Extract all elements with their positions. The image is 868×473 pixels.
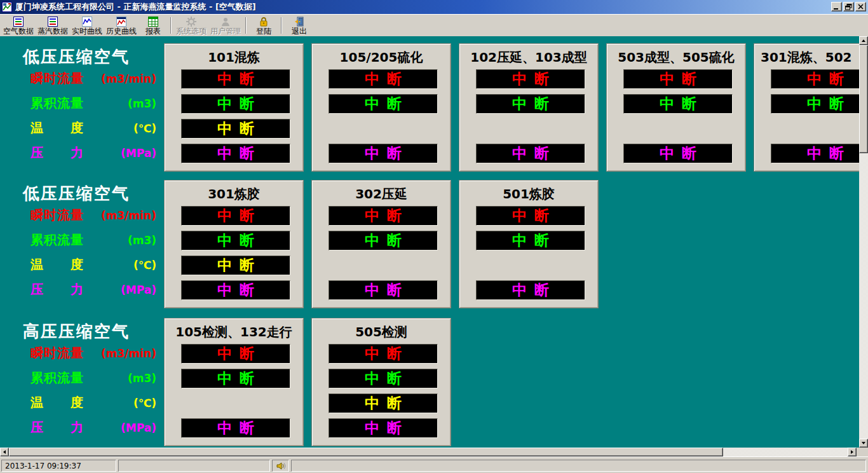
scroll-down-button[interactable]: [859, 439, 868, 448]
flow-display: 中断: [181, 69, 290, 89]
group-label: 低压压缩空气: [23, 182, 130, 205]
device-panel: 105检测、132走行 中断 中断 中断: [164, 318, 304, 446]
legend-pressure: 压 力(MPa): [31, 143, 156, 163]
steam-data-icon: [48, 17, 58, 27]
legend-temperature: 温 度(℃): [31, 255, 156, 275]
group-label: 高压压缩空气: [23, 320, 130, 343]
air-data-button[interactable]: 空气数据: [1, 15, 36, 36]
device-panel: 102压延、103成型 中断 中断 中断: [459, 43, 599, 172]
total-flow-display: 中断: [329, 369, 438, 388]
total-flow-display: 中断: [181, 231, 290, 250]
device-panel: 501炼胶 中断 中断 中断: [459, 180, 599, 308]
legend-total-flow: 累积流量(m3): [31, 368, 156, 388]
restore-button[interactable]: [843, 2, 854, 11]
device-panel: 301炼胶 中断 中断 中断 中断: [164, 180, 304, 308]
flow-display: 中断: [329, 69, 438, 89]
app-icon[interactable]: [2, 2, 12, 12]
air-data-icon: [13, 17, 24, 27]
pressure-display: 中断: [329, 280, 438, 300]
gear-icon: [186, 17, 196, 27]
total-flow-display: 中断: [329, 94, 438, 114]
pressure-display: 中断: [181, 280, 290, 300]
legend-temperature: 温 度(℃): [31, 393, 156, 413]
total-flow-display: 中断: [623, 94, 733, 114]
application-window: 厦门坤凌系统工程有限公司 - 正新海燕流量监控系统 - [空气数据]: [0, 0, 868, 473]
total-flow-display: 中断: [181, 94, 290, 114]
status-datetime: 2013-1-17 09:19:37: [1, 460, 116, 472]
report-button[interactable]: 报表: [139, 15, 168, 36]
datetime-text: 2013-1-17 09:19:37: [5, 462, 81, 470]
flow-display: 中断: [476, 69, 585, 89]
history-curve-icon: [116, 17, 126, 27]
total-flow-display: 中断: [476, 231, 585, 250]
horizontal-scroll-thumb[interactable]: [9, 448, 723, 456]
total-flow-display: 中断: [329, 231, 438, 250]
panel-title: 302压延: [312, 186, 451, 203]
panel-title: 105检测、132走行: [165, 324, 303, 341]
pressure-display: 中断: [476, 280, 585, 300]
history-curve-button[interactable]: 历史曲线: [104, 15, 139, 36]
horizontal-scrollbar[interactable]: [0, 448, 857, 456]
toolbar-separator: [170, 17, 172, 34]
pressure-display: 中断: [476, 144, 585, 163]
exit-door-icon: [294, 17, 304, 27]
group-low-pressure-1: 低压压缩空气 瞬时流量(m3/min) 累积流量(m3) 温 度(℃) 压 力(…: [0, 43, 868, 172]
scroll-right-button[interactable]: [848, 448, 857, 456]
flow-display: 中断: [329, 206, 438, 226]
user-icon: [220, 17, 231, 27]
status-sound-panel: [272, 460, 289, 472]
scrollbar-corner: [857, 448, 868, 456]
legend-total-flow: 累积流量(m3): [31, 230, 156, 250]
exit-button[interactable]: 退出: [285, 15, 314, 36]
flow-display: 中断: [476, 206, 585, 226]
pressure-display: 中断: [329, 144, 438, 163]
total-flow-display: 中断: [771, 94, 868, 114]
title-bar: 厦门坤凌系统工程有限公司 - 正新海燕流量监控系统 - [空气数据]: [0, 0, 868, 14]
device-panel: 503成型、505硫化 中断 中断 中断: [606, 43, 746, 172]
panel-title: 301炼胶: [165, 186, 303, 203]
vertical-scrollbar[interactable]: [859, 36, 868, 448]
device-panel: 505检测 中断 中断 中断 中断: [311, 318, 451, 446]
panel-title: 105/205硫化: [312, 49, 451, 66]
group-low-pressure-2: 低压压缩空气 瞬时流量(m3/min) 累积流量(m3) 温 度(℃) 压 力(…: [0, 180, 868, 308]
temperature-display: 中断: [181, 119, 290, 139]
panel-title: 501炼胶: [459, 186, 598, 203]
panel-title: 102压延、103成型: [459, 49, 598, 66]
minimize-button[interactable]: [831, 2, 842, 11]
device-panel: 101混炼 中断 中断 中断 中断: [164, 43, 304, 172]
pressure-display: 中断: [329, 418, 438, 438]
flow-display: 中断: [329, 344, 438, 364]
pressure-display: 中断: [623, 144, 733, 163]
close-button[interactable]: [855, 2, 866, 11]
legend-flow: 瞬时流量(m3/min): [31, 205, 156, 225]
status-panel-message: [291, 460, 866, 472]
legend-pressure: 压 力(MPa): [31, 280, 156, 299]
pressure-display: 中断: [181, 418, 290, 438]
vertical-scroll-thumb[interactable]: [859, 45, 868, 153]
total-flow-display: 中断: [476, 94, 585, 114]
legend-flow: 瞬时流量(m3/min): [31, 69, 156, 88]
lock-icon: [259, 17, 269, 27]
steam-data-button[interactable]: 蒸汽数据: [36, 15, 70, 36]
realtime-curve-button[interactable]: 实时曲线: [70, 15, 104, 36]
panel-title: 301混炼、502: [754, 49, 868, 66]
login-button[interactable]: 登陆: [249, 15, 278, 36]
legend-temperature: 温 度(℃): [31, 118, 156, 138]
realtime-curve-icon: [82, 17, 92, 27]
speaker-icon[interactable]: [276, 461, 286, 471]
device-panel-clipped: 301混炼、502 中断 中断 中断: [754, 43, 868, 172]
panel-title: 101混炼: [165, 49, 303, 66]
window-controls: [830, 2, 866, 11]
total-flow-display: 中断: [181, 369, 290, 388]
toolbar-separator: [281, 17, 282, 34]
device-panel: 105/205硫化 中断 中断 中断: [311, 43, 451, 172]
scroll-up-button[interactable]: [859, 36, 868, 45]
legend-total-flow: 累积流量(m3): [31, 93, 156, 113]
scroll-left-button[interactable]: [0, 448, 9, 456]
panel-title: 503成型、505硫化: [607, 49, 745, 66]
flow-display: 中断: [181, 206, 290, 226]
device-panel: 302压延 中断 中断 中断: [311, 180, 451, 308]
group-label: 低压压缩空气: [23, 46, 130, 68]
pressure-display: 中断: [181, 144, 290, 163]
panel-title: 505检测: [312, 324, 451, 341]
